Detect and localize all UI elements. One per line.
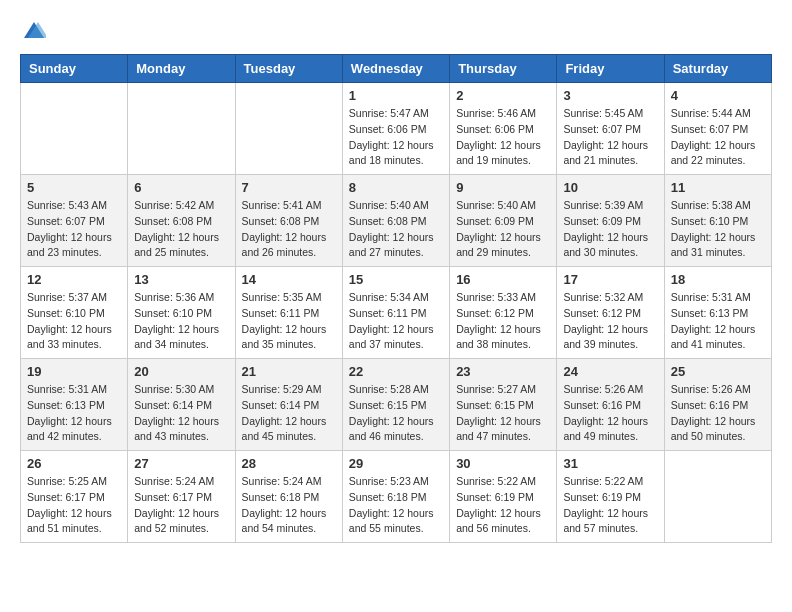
- day-number: 5: [27, 180, 121, 195]
- calendar-cell: 31Sunrise: 5:22 AM Sunset: 6:19 PM Dayli…: [557, 451, 664, 543]
- calendar-cell: 28Sunrise: 5:24 AM Sunset: 6:18 PM Dayli…: [235, 451, 342, 543]
- calendar-cell: [21, 83, 128, 175]
- day-header-wednesday: Wednesday: [342, 55, 449, 83]
- week-row-4: 19Sunrise: 5:31 AM Sunset: 6:13 PM Dayli…: [21, 359, 772, 451]
- day-info: Sunrise: 5:33 AM Sunset: 6:12 PM Dayligh…: [456, 290, 550, 353]
- calendar-header-row: SundayMondayTuesdayWednesdayThursdayFrid…: [21, 55, 772, 83]
- calendar-table: SundayMondayTuesdayWednesdayThursdayFrid…: [20, 54, 772, 543]
- day-number: 18: [671, 272, 765, 287]
- calendar-cell: 3Sunrise: 5:45 AM Sunset: 6:07 PM Daylig…: [557, 83, 664, 175]
- day-number: 9: [456, 180, 550, 195]
- logo: [20, 20, 46, 44]
- week-row-3: 12Sunrise: 5:37 AM Sunset: 6:10 PM Dayli…: [21, 267, 772, 359]
- day-info: Sunrise: 5:43 AM Sunset: 6:07 PM Dayligh…: [27, 198, 121, 261]
- day-number: 13: [134, 272, 228, 287]
- calendar-cell: [664, 451, 771, 543]
- day-info: Sunrise: 5:44 AM Sunset: 6:07 PM Dayligh…: [671, 106, 765, 169]
- day-number: 20: [134, 364, 228, 379]
- day-number: 21: [242, 364, 336, 379]
- calendar-cell: 26Sunrise: 5:25 AM Sunset: 6:17 PM Dayli…: [21, 451, 128, 543]
- day-number: 19: [27, 364, 121, 379]
- day-number: 25: [671, 364, 765, 379]
- day-info: Sunrise: 5:23 AM Sunset: 6:18 PM Dayligh…: [349, 474, 443, 537]
- day-number: 7: [242, 180, 336, 195]
- day-number: 28: [242, 456, 336, 471]
- calendar-cell: 27Sunrise: 5:24 AM Sunset: 6:17 PM Dayli…: [128, 451, 235, 543]
- day-header-friday: Friday: [557, 55, 664, 83]
- calendar-cell: 7Sunrise: 5:41 AM Sunset: 6:08 PM Daylig…: [235, 175, 342, 267]
- day-number: 15: [349, 272, 443, 287]
- day-number: 24: [563, 364, 657, 379]
- day-header-saturday: Saturday: [664, 55, 771, 83]
- calendar-cell: [128, 83, 235, 175]
- calendar-cell: 15Sunrise: 5:34 AM Sunset: 6:11 PM Dayli…: [342, 267, 449, 359]
- day-number: 14: [242, 272, 336, 287]
- day-info: Sunrise: 5:32 AM Sunset: 6:12 PM Dayligh…: [563, 290, 657, 353]
- day-info: Sunrise: 5:28 AM Sunset: 6:15 PM Dayligh…: [349, 382, 443, 445]
- calendar-cell: 22Sunrise: 5:28 AM Sunset: 6:15 PM Dayli…: [342, 359, 449, 451]
- week-row-2: 5Sunrise: 5:43 AM Sunset: 6:07 PM Daylig…: [21, 175, 772, 267]
- calendar-cell: 13Sunrise: 5:36 AM Sunset: 6:10 PM Dayli…: [128, 267, 235, 359]
- day-number: 16: [456, 272, 550, 287]
- day-info: Sunrise: 5:26 AM Sunset: 6:16 PM Dayligh…: [671, 382, 765, 445]
- day-info: Sunrise: 5:30 AM Sunset: 6:14 PM Dayligh…: [134, 382, 228, 445]
- day-number: 12: [27, 272, 121, 287]
- day-number: 30: [456, 456, 550, 471]
- calendar-cell: 1Sunrise: 5:47 AM Sunset: 6:06 PM Daylig…: [342, 83, 449, 175]
- calendar-cell: 16Sunrise: 5:33 AM Sunset: 6:12 PM Dayli…: [450, 267, 557, 359]
- day-info: Sunrise: 5:22 AM Sunset: 6:19 PM Dayligh…: [563, 474, 657, 537]
- day-number: 26: [27, 456, 121, 471]
- day-number: 11: [671, 180, 765, 195]
- day-number: 10: [563, 180, 657, 195]
- day-header-thursday: Thursday: [450, 55, 557, 83]
- day-number: 29: [349, 456, 443, 471]
- day-info: Sunrise: 5:26 AM Sunset: 6:16 PM Dayligh…: [563, 382, 657, 445]
- calendar-cell: 8Sunrise: 5:40 AM Sunset: 6:08 PM Daylig…: [342, 175, 449, 267]
- logo-icon: [22, 20, 46, 44]
- calendar-cell: 19Sunrise: 5:31 AM Sunset: 6:13 PM Dayli…: [21, 359, 128, 451]
- day-info: Sunrise: 5:22 AM Sunset: 6:19 PM Dayligh…: [456, 474, 550, 537]
- day-number: 4: [671, 88, 765, 103]
- day-header-sunday: Sunday: [21, 55, 128, 83]
- day-info: Sunrise: 5:27 AM Sunset: 6:15 PM Dayligh…: [456, 382, 550, 445]
- day-info: Sunrise: 5:31 AM Sunset: 6:13 PM Dayligh…: [671, 290, 765, 353]
- calendar-cell: 2Sunrise: 5:46 AM Sunset: 6:06 PM Daylig…: [450, 83, 557, 175]
- day-number: 17: [563, 272, 657, 287]
- calendar-cell: 23Sunrise: 5:27 AM Sunset: 6:15 PM Dayli…: [450, 359, 557, 451]
- day-number: 2: [456, 88, 550, 103]
- day-number: 8: [349, 180, 443, 195]
- day-info: Sunrise: 5:39 AM Sunset: 6:09 PM Dayligh…: [563, 198, 657, 261]
- day-info: Sunrise: 5:36 AM Sunset: 6:10 PM Dayligh…: [134, 290, 228, 353]
- day-info: Sunrise: 5:24 AM Sunset: 6:17 PM Dayligh…: [134, 474, 228, 537]
- day-number: 6: [134, 180, 228, 195]
- day-info: Sunrise: 5:38 AM Sunset: 6:10 PM Dayligh…: [671, 198, 765, 261]
- week-row-5: 26Sunrise: 5:25 AM Sunset: 6:17 PM Dayli…: [21, 451, 772, 543]
- calendar-cell: 9Sunrise: 5:40 AM Sunset: 6:09 PM Daylig…: [450, 175, 557, 267]
- day-info: Sunrise: 5:42 AM Sunset: 6:08 PM Dayligh…: [134, 198, 228, 261]
- day-info: Sunrise: 5:46 AM Sunset: 6:06 PM Dayligh…: [456, 106, 550, 169]
- day-info: Sunrise: 5:25 AM Sunset: 6:17 PM Dayligh…: [27, 474, 121, 537]
- calendar-cell: 6Sunrise: 5:42 AM Sunset: 6:08 PM Daylig…: [128, 175, 235, 267]
- calendar-cell: 10Sunrise: 5:39 AM Sunset: 6:09 PM Dayli…: [557, 175, 664, 267]
- day-info: Sunrise: 5:37 AM Sunset: 6:10 PM Dayligh…: [27, 290, 121, 353]
- calendar-cell: 25Sunrise: 5:26 AM Sunset: 6:16 PM Dayli…: [664, 359, 771, 451]
- calendar-cell: 11Sunrise: 5:38 AM Sunset: 6:10 PM Dayli…: [664, 175, 771, 267]
- day-info: Sunrise: 5:40 AM Sunset: 6:09 PM Dayligh…: [456, 198, 550, 261]
- week-row-1: 1Sunrise: 5:47 AM Sunset: 6:06 PM Daylig…: [21, 83, 772, 175]
- day-info: Sunrise: 5:34 AM Sunset: 6:11 PM Dayligh…: [349, 290, 443, 353]
- day-number: 27: [134, 456, 228, 471]
- day-number: 22: [349, 364, 443, 379]
- calendar-cell: 24Sunrise: 5:26 AM Sunset: 6:16 PM Dayli…: [557, 359, 664, 451]
- calendar-cell: 17Sunrise: 5:32 AM Sunset: 6:12 PM Dayli…: [557, 267, 664, 359]
- day-info: Sunrise: 5:35 AM Sunset: 6:11 PM Dayligh…: [242, 290, 336, 353]
- calendar-cell: 21Sunrise: 5:29 AM Sunset: 6:14 PM Dayli…: [235, 359, 342, 451]
- calendar-cell: 5Sunrise: 5:43 AM Sunset: 6:07 PM Daylig…: [21, 175, 128, 267]
- calendar-cell: 29Sunrise: 5:23 AM Sunset: 6:18 PM Dayli…: [342, 451, 449, 543]
- day-header-tuesday: Tuesday: [235, 55, 342, 83]
- day-info: Sunrise: 5:29 AM Sunset: 6:14 PM Dayligh…: [242, 382, 336, 445]
- day-info: Sunrise: 5:41 AM Sunset: 6:08 PM Dayligh…: [242, 198, 336, 261]
- day-number: 1: [349, 88, 443, 103]
- calendar-cell: [235, 83, 342, 175]
- calendar-cell: 18Sunrise: 5:31 AM Sunset: 6:13 PM Dayli…: [664, 267, 771, 359]
- calendar-cell: 4Sunrise: 5:44 AM Sunset: 6:07 PM Daylig…: [664, 83, 771, 175]
